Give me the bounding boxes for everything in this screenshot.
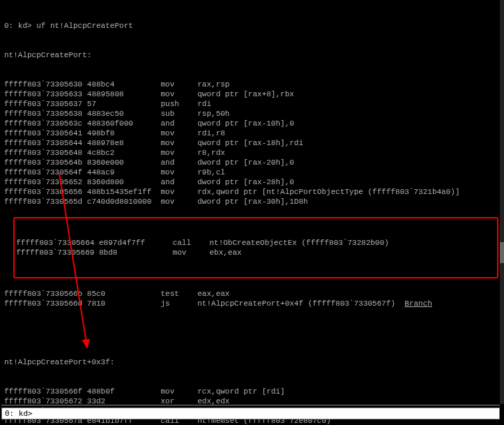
disasm-line: fffff803`7330565d c740d0d8010000 mov dwo… bbox=[4, 197, 500, 207]
separator bbox=[1, 405, 500, 405]
symbol-header: nt!AlpcpCreatePort: bbox=[4, 50, 500, 60]
scroll-thumb[interactable] bbox=[500, 242, 504, 263]
branch-link[interactable]: Branch bbox=[404, 299, 432, 308]
disasm-line: fffff803`73305630 488bc4 mov rax,rsp bbox=[4, 80, 500, 89]
disasm-line: fffff803`73305633 48895808 mov qword ptr… bbox=[4, 89, 500, 99]
disasm-line: fffff803`73305638 4883ec50 sub rsp,50h bbox=[4, 109, 500, 119]
disasm-line: fffff803`73305664 e897d4f7ff call nt!ObC… bbox=[16, 238, 496, 248]
disasm-line: fffff803`73305637 57 push rdi bbox=[4, 99, 500, 109]
disasm-line: fffff803`7330564b 8360e000 and dword ptr… bbox=[4, 158, 500, 167]
disasm-line: fffff803`73305641 498bf8 mov rdi,r8 bbox=[4, 128, 500, 138]
scrollbar[interactable] bbox=[500, 0, 504, 404]
disasm-line: fffff803`73305648 4c8bc2 mov r8,rdx bbox=[4, 148, 500, 158]
disasm-line: fffff803`7330563c 488360f000 and qword p… bbox=[4, 119, 500, 128]
disasm-line: fffff803`73305669 8bd8 mov ebx,eax bbox=[16, 248, 496, 258]
command-input[interactable] bbox=[36, 409, 496, 418]
disasm-line: fffff803`7330564f 448ac9 mov r9b,cl bbox=[4, 167, 500, 177]
disasm-line: fffff803`7330566d 7810 js nt!AlpcpCreate… bbox=[4, 299, 500, 308]
debugger-output: 0: kd> uf nt!AlpcpCreatePort nt!AlpcpCre… bbox=[0, 0, 504, 425]
disasm-line: fffff803`73305652 8360d800 and dword ptr… bbox=[4, 177, 500, 187]
label-3f: nt!AlpcpCreatePort+0x3f: bbox=[4, 357, 500, 367]
cmd-line: 0: kd> uf nt!AlpcpCreatePort bbox=[4, 21, 500, 31]
disasm-line: fffff803`7330566b 85c0 test eax,eax bbox=[4, 289, 500, 299]
command-input-bar[interactable]: 0: kd> bbox=[1, 408, 500, 419]
disasm-line: fffff803`73305656 488b15435ef1ff mov rdx… bbox=[4, 187, 500, 197]
prompt-label: 0: kd> bbox=[5, 409, 33, 418]
highlight-box-call: fffff803`73305664 e897d4f7ff call nt!ObC… bbox=[13, 217, 498, 278]
disasm-line: fffff803`7330566f 488b0f mov rcx,qword p… bbox=[4, 387, 500, 396]
disasm-line: fffff803`73305644 488978e8 mov qword ptr… bbox=[4, 138, 500, 148]
